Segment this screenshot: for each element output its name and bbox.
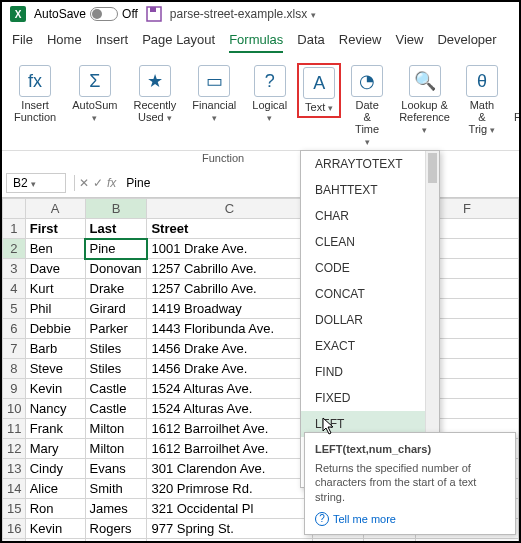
cell-C17[interactable] <box>147 539 312 543</box>
cell-C14[interactable]: 320 Primrose Rd. <box>147 479 312 499</box>
cell-A1[interactable]: First <box>25 219 85 239</box>
row-header[interactable]: 12 <box>3 439 26 459</box>
table-row[interactable]: 10NancyCastle1524 Alturas Ave. <box>3 399 519 419</box>
cell-B5[interactable]: Girard <box>85 299 147 319</box>
table-row[interactable]: 1FirstLastStreet <box>3 219 519 239</box>
cell-C5[interactable]: 1419 Broadway <box>147 299 312 319</box>
table-row[interactable]: 8SteveStiles1456 Drake Ave. <box>3 359 519 379</box>
dropdown-item-code[interactable]: CODE <box>301 255 439 281</box>
cell-D17[interactable] <box>312 539 364 543</box>
row-header[interactable]: 5 <box>3 299 26 319</box>
row-header[interactable]: 17 <box>3 539 26 543</box>
ribbon-logical[interactable]: ?Logical ▾ <box>246 63 293 126</box>
cell-A8[interactable]: Steve <box>25 359 85 379</box>
table-row[interactable]: 4KurtDrake1257 Cabrillo Ave. <box>3 279 519 299</box>
cell-A16[interactable]: Kevin <box>25 519 85 539</box>
tell-me-more-link[interactable]: ? Tell me more <box>315 512 505 526</box>
cell-F17[interactable] <box>415 539 518 543</box>
dropdown-item-dollar[interactable]: DOLLAR <box>301 307 439 333</box>
row-header[interactable]: 11 <box>3 419 26 439</box>
row-header[interactable]: 1 <box>3 219 26 239</box>
select-all-corner[interactable] <box>3 199 26 219</box>
cell-A3[interactable]: Dave <box>25 259 85 279</box>
tab-page-layout[interactable]: Page Layout <box>142 32 215 53</box>
tab-developer[interactable]: Developer <box>437 32 496 53</box>
tab-insert[interactable]: Insert <box>96 32 129 53</box>
row-header[interactable]: 14 <box>3 479 26 499</box>
cell-B10[interactable]: Castle <box>85 399 147 419</box>
cell-A5[interactable]: Phil <box>25 299 85 319</box>
cell-A10[interactable]: Nancy <box>25 399 85 419</box>
cell-C11[interactable]: 1612 Barroilhet Ave. <box>147 419 312 439</box>
cell-B14[interactable]: Smith <box>85 479 147 499</box>
cell-C10[interactable]: 1524 Alturas Ave. <box>147 399 312 419</box>
autosave-toggle[interactable]: AutoSave Off <box>34 7 138 21</box>
tab-review[interactable]: Review <box>339 32 382 53</box>
cell-E17[interactable] <box>364 539 416 543</box>
row-header[interactable]: 13 <box>3 459 26 479</box>
row-header[interactable]: 7 <box>3 339 26 359</box>
cell-A7[interactable]: Barb <box>25 339 85 359</box>
cell-C1[interactable]: Street <box>147 219 312 239</box>
cell-A11[interactable]: Frank <box>25 419 85 439</box>
cell-A17[interactable] <box>25 539 85 543</box>
cell-C12[interactable]: 1612 Barroilhet Ave. <box>147 439 312 459</box>
table-row[interactable]: 17 <box>3 539 519 543</box>
cancel-icon[interactable]: ✕ <box>79 176 89 190</box>
cell-B11[interactable]: Milton <box>85 419 147 439</box>
cell-A12[interactable]: Mary <box>25 439 85 459</box>
name-box[interactable]: B2 ▾ <box>6 173 66 193</box>
cell-C16[interactable]: 977 Spring St. <box>147 519 312 539</box>
row-header[interactable]: 10 <box>3 399 26 419</box>
fx-icon[interactable]: fx <box>107 176 116 190</box>
cell-B1[interactable]: Last <box>85 219 147 239</box>
formula-input[interactable]: Pine <box>120 174 156 192</box>
cell-A15[interactable]: Ron <box>25 499 85 519</box>
dropdown-item-find[interactable]: FIND <box>301 359 439 385</box>
col-header-B[interactable]: B <box>85 199 147 219</box>
dropdown-item-clean[interactable]: CLEAN <box>301 229 439 255</box>
cell-A9[interactable]: Kevin <box>25 379 85 399</box>
ribbon-text[interactable]: AText ▾ <box>297 63 341 118</box>
save-icon[interactable] <box>146 6 162 22</box>
cell-B12[interactable]: Milton <box>85 439 147 459</box>
table-row[interactable]: 3DaveDonovan1257 Cabrillo Ave. <box>3 259 519 279</box>
table-row[interactable]: 5PhilGirard1419 Broadway <box>3 299 519 319</box>
row-header[interactable]: 4 <box>3 279 26 299</box>
ribbon-lookup-[interactable]: 🔍Lookup &Reference ▾ <box>393 63 456 138</box>
ribbon-more[interactable]: ⋯MoreFunctions ▾ <box>508 63 521 138</box>
filename[interactable]: parse-street-example.xlsx ▾ <box>170 7 316 21</box>
cell-B9[interactable]: Castle <box>85 379 147 399</box>
cell-A14[interactable]: Alice <box>25 479 85 499</box>
ribbon-recently[interactable]: ★RecentlyUsed ▾ <box>127 63 182 126</box>
table-row[interactable]: 7BarbStiles1456 Drake Ave. <box>3 339 519 359</box>
row-header[interactable]: 16 <box>3 519 26 539</box>
ribbon-insert[interactable]: fxInsertFunction <box>8 63 62 125</box>
tab-home[interactable]: Home <box>47 32 82 53</box>
cell-B15[interactable]: James <box>85 499 147 519</box>
ribbon-date-[interactable]: ◔Date &Time ▾ <box>345 63 389 150</box>
dropdown-item-concat[interactable]: CONCAT <box>301 281 439 307</box>
cell-B3[interactable]: Donovan <box>85 259 147 279</box>
dropdown-item-arraytotext[interactable]: ARRAYTOTEXT <box>301 151 439 177</box>
cell-C3[interactable]: 1257 Cabrillo Ave. <box>147 259 312 279</box>
col-header-C[interactable]: C <box>147 199 312 219</box>
cell-C4[interactable]: 1257 Cabrillo Ave. <box>147 279 312 299</box>
col-header-A[interactable]: A <box>25 199 85 219</box>
toggle-icon[interactable] <box>90 7 118 21</box>
table-row[interactable]: 9KevinCastle1524 Alturas Ave. <box>3 379 519 399</box>
row-header[interactable]: 6 <box>3 319 26 339</box>
cell-C8[interactable]: 1456 Drake Ave. <box>147 359 312 379</box>
cell-A6[interactable]: Debbie <box>25 319 85 339</box>
row-header[interactable]: 3 <box>3 259 26 279</box>
cell-A4[interactable]: Kurt <box>25 279 85 299</box>
cell-B16[interactable]: Rogers <box>85 519 147 539</box>
cell-B7[interactable]: Stiles <box>85 339 147 359</box>
ribbon-financial[interactable]: ▭Financial ▾ <box>186 63 242 126</box>
cell-C2[interactable]: 1001 Drake Ave. <box>147 239 312 259</box>
cell-B13[interactable]: Evans <box>85 459 147 479</box>
cell-A13[interactable]: Cindy <box>25 459 85 479</box>
tab-formulas[interactable]: Formulas <box>229 32 283 53</box>
table-row[interactable]: 6DebbieParker1443 Floribunda Ave. <box>3 319 519 339</box>
table-row[interactable]: 2BenPine1001 Drake Ave. <box>3 239 519 259</box>
